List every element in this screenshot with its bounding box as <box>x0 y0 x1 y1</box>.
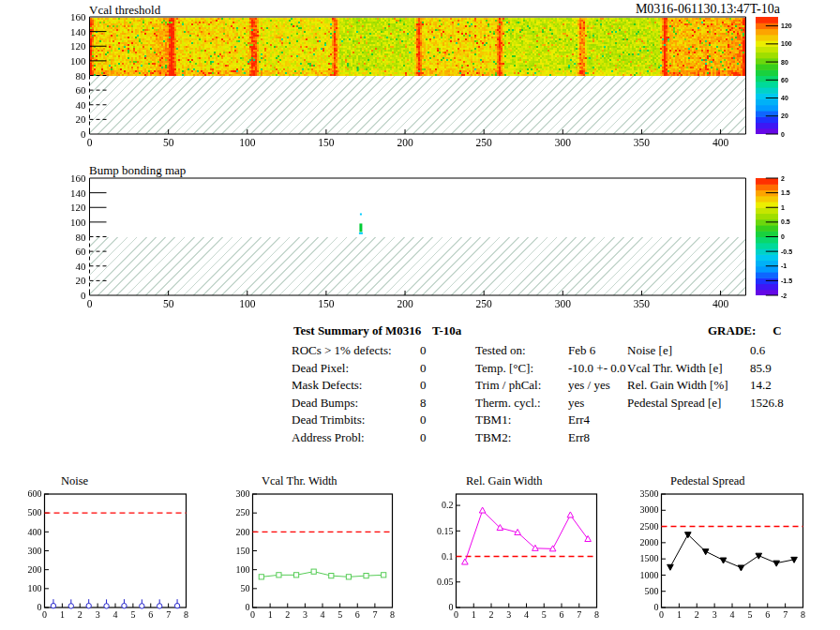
svg-text:0: 0 <box>454 609 458 620</box>
svg-text:20: 20 <box>781 112 788 119</box>
svg-text:5: 5 <box>130 609 135 620</box>
svg-text:3: 3 <box>96 609 100 620</box>
svg-text:100: 100 <box>236 564 250 575</box>
svg-text:300: 300 <box>28 546 42 556</box>
svg-text:350: 350 <box>634 298 651 309</box>
svg-text:140: 140 <box>70 26 86 38</box>
svg-text:6: 6 <box>765 609 770 620</box>
svg-text:150: 150 <box>236 546 250 556</box>
svg-text:200: 200 <box>397 298 413 309</box>
svg-text:20: 20 <box>76 113 87 125</box>
svg-text:120: 120 <box>781 22 792 29</box>
svg-text:8: 8 <box>390 609 395 620</box>
svg-text:1: 1 <box>472 609 476 620</box>
svg-text:0.15: 0.15 <box>437 526 454 536</box>
svg-text:0.5: 0.5 <box>781 218 790 225</box>
svg-text:20: 20 <box>76 275 87 286</box>
svg-text:80: 80 <box>76 70 87 82</box>
svg-text:7: 7 <box>577 609 581 620</box>
svg-text:200: 200 <box>28 564 42 575</box>
svg-text:0: 0 <box>38 602 42 612</box>
svg-text:400: 400 <box>28 527 42 537</box>
svg-text:0.05: 0.05 <box>437 577 454 587</box>
svg-text:160: 160 <box>70 172 86 184</box>
svg-text:-0.5: -0.5 <box>781 248 792 255</box>
plot-overlay-svg: 0204060801001201401600501001502002503003… <box>0 0 840 630</box>
svg-text:0: 0 <box>659 609 664 620</box>
svg-text:1: 1 <box>781 204 785 211</box>
svg-text:1000: 1000 <box>640 570 659 580</box>
svg-text:4: 4 <box>113 609 118 620</box>
svg-text:40: 40 <box>76 99 87 111</box>
bump-bonding-map-defect-mark <box>359 232 363 234</box>
svg-text:50: 50 <box>241 583 250 593</box>
svg-text:300: 300 <box>555 137 572 148</box>
svg-text:0: 0 <box>250 609 255 620</box>
svg-text:1500: 1500 <box>640 553 659 563</box>
svg-text:250: 250 <box>236 507 250 518</box>
svg-text:2: 2 <box>78 609 82 620</box>
svg-text:400: 400 <box>712 137 729 148</box>
bump-bonding-map-defect-mark <box>359 223 362 232</box>
svg-text:2000: 2000 <box>640 537 659 548</box>
svg-text:0: 0 <box>781 233 785 240</box>
svg-text:2: 2 <box>695 609 699 620</box>
svg-text:80: 80 <box>781 59 788 66</box>
svg-text:4: 4 <box>524 609 529 620</box>
bump-bonding-map-axes: 0204060801001201401600501001502002503003… <box>70 172 792 309</box>
module-test-report-page: Vcal threshold M0316-061130.13:47T-10a B… <box>0 0 840 630</box>
svg-text:3500: 3500 <box>640 488 659 499</box>
svg-text:-2: -2 <box>781 292 787 299</box>
svg-text:5: 5 <box>747 609 752 620</box>
svg-text:1: 1 <box>60 609 65 620</box>
svg-text:50: 50 <box>163 137 174 148</box>
svg-text:140: 140 <box>70 188 86 199</box>
svg-text:0.2: 0.2 <box>442 500 454 510</box>
svg-text:0: 0 <box>42 609 47 620</box>
vcal-threshold-map-defect-mark <box>357 67 359 71</box>
svg-text:3: 3 <box>712 609 717 620</box>
svg-text:0: 0 <box>246 602 250 612</box>
svg-text:500: 500 <box>645 586 659 596</box>
svg-text:600: 600 <box>28 488 42 499</box>
svg-text:150: 150 <box>318 298 335 309</box>
svg-text:60: 60 <box>76 84 87 96</box>
svg-text:350: 350 <box>634 137 651 148</box>
svg-text:2: 2 <box>781 175 785 182</box>
svg-text:80: 80 <box>76 232 87 243</box>
svg-text:100: 100 <box>28 583 42 593</box>
svg-text:7: 7 <box>372 609 377 620</box>
svg-text:-1: -1 <box>781 262 787 269</box>
svg-text:5: 5 <box>542 609 547 620</box>
svg-text:100: 100 <box>70 55 86 67</box>
svg-text:250: 250 <box>476 137 493 148</box>
noise-plot: 0100200300400500600012345678 <box>28 488 189 620</box>
svg-text:100: 100 <box>239 298 256 309</box>
svg-text:1: 1 <box>677 609 682 620</box>
svg-text:4: 4 <box>730 609 735 620</box>
svg-text:1: 1 <box>268 609 273 620</box>
svg-text:2: 2 <box>285 609 290 620</box>
vcal-thr-width-plot: 050100150200250300012345678 <box>236 488 396 620</box>
svg-text:0: 0 <box>81 290 86 301</box>
svg-text:7: 7 <box>783 609 788 620</box>
svg-text:2500: 2500 <box>640 521 659 532</box>
svg-text:200: 200 <box>236 527 250 537</box>
svg-text:120: 120 <box>70 202 86 213</box>
svg-text:0: 0 <box>449 602 454 612</box>
svg-text:100: 100 <box>239 137 256 148</box>
svg-text:150: 150 <box>318 137 335 148</box>
svg-text:120: 120 <box>70 40 86 52</box>
svg-text:300: 300 <box>236 488 250 499</box>
svg-text:40: 40 <box>781 95 788 101</box>
svg-text:3: 3 <box>506 609 511 620</box>
svg-text:1.5: 1.5 <box>781 189 790 196</box>
svg-text:3: 3 <box>303 609 308 620</box>
svg-text:6: 6 <box>560 609 564 620</box>
svg-text:100: 100 <box>70 217 86 228</box>
svg-text:300: 300 <box>555 298 572 309</box>
svg-text:6: 6 <box>355 609 360 620</box>
svg-text:8: 8 <box>801 609 805 620</box>
svg-text:0: 0 <box>87 298 93 309</box>
svg-text:0.1: 0.1 <box>442 551 454 562</box>
